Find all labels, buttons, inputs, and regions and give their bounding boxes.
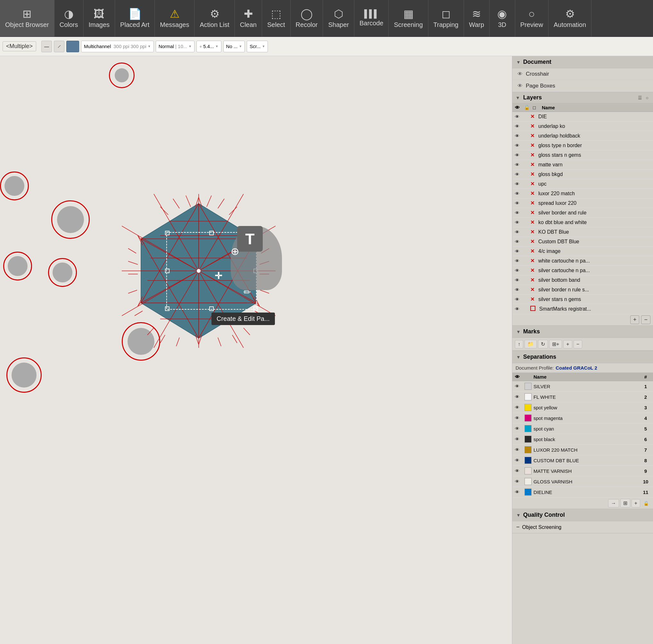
layer-row[interactable]: 👁✕white cartouche n pa... bbox=[512, 256, 653, 266]
layer-row[interactable]: 👁✕Custom DBT Blue bbox=[512, 237, 653, 246]
sep-add-btn[interactable]: + bbox=[631, 499, 640, 507]
toolbar-colors[interactable]: ◑ Colors bbox=[54, 0, 83, 37]
sep-row[interactable]: 👁spot black6 bbox=[512, 434, 653, 445]
stroke-straight-btn[interactable]: — bbox=[41, 41, 52, 52]
eye-icon-layer: 👁 bbox=[515, 162, 519, 167]
layer-row[interactable]: 👁✕silver cartouche n pa... bbox=[512, 266, 653, 276]
sep-color-swatch bbox=[525, 414, 532, 422]
layer-row[interactable]: 👁✕gloss type n border bbox=[512, 141, 653, 150]
qc-object-screening-row[interactable]: − Object Screening bbox=[512, 521, 653, 533]
channel-select[interactable]: Multichannel 300 ppi 300 ppi ▼ bbox=[81, 41, 154, 52]
toolbar-warp[interactable]: ≋ Warp bbox=[464, 0, 490, 37]
layer-row[interactable]: 👁✕luxor 220 match bbox=[512, 189, 653, 198]
eye-icon-layer: 👁 bbox=[515, 182, 519, 187]
layer-row[interactable]: 👁✕gloss bkgd bbox=[512, 170, 653, 179]
toolbar-select[interactable]: ⬚ Select bbox=[262, 0, 291, 37]
sep-row[interactable]: 👁MATTE VARNISH9 bbox=[512, 466, 653, 476]
toolbar-screening[interactable]: ▦ Screening bbox=[389, 0, 428, 37]
stroke-width-btn[interactable] bbox=[66, 41, 79, 52]
canvas-circle-inner-2 bbox=[4, 176, 24, 196]
layers-collapse-arrow[interactable]: ▼ bbox=[515, 95, 520, 100]
toolbar-barcode[interactable]: ▌▌▌ Barcode bbox=[354, 0, 389, 37]
toolbar-messages[interactable]: ⚠ Messages bbox=[155, 0, 194, 37]
toolbar: ⊞ Object Browser ◑ Colors 🖼 Images 📄 Pla… bbox=[0, 0, 653, 37]
stroke-diagonal-btn[interactable]: ⟋ bbox=[54, 41, 65, 52]
toolbar-recolor[interactable]: ◯ Recolor bbox=[291, 0, 323, 37]
toolbar-object-browser[interactable]: ⊞ Object Browser bbox=[0, 0, 54, 37]
svg-line-55 bbox=[176, 337, 179, 346]
layer-row[interactable]: 👁✕underlap holdback bbox=[512, 131, 653, 141]
layer-type-icon: ✕ bbox=[530, 123, 534, 129]
marks-header[interactable]: ▼ Marks bbox=[512, 326, 653, 338]
eye-icon-sep: 👁 bbox=[515, 436, 523, 442]
right-panel: ▼ Document 👁 Crosshair 👁 Page Boxes ▼ La… bbox=[512, 56, 653, 644]
sep-arrow-btn[interactable]: → bbox=[608, 499, 619, 507]
layer-row[interactable]: 👁✕4/c image bbox=[512, 246, 653, 256]
layer-row[interactable]: 👁✕DIE bbox=[512, 112, 653, 121]
layers-menu-btn[interactable]: ☰ bbox=[637, 95, 644, 101]
sep-row[interactable]: 👁DIELINE11 bbox=[512, 487, 653, 498]
marks-refresh-btn[interactable]: ↻ bbox=[538, 340, 548, 349]
marks-folder-btn[interactable]: 📁 bbox=[525, 340, 537, 349]
toolbar-automation[interactable]: ⚙ Automation bbox=[549, 0, 591, 37]
quality-control-header[interactable]: ▼ Quality Control bbox=[512, 509, 653, 521]
layer-row[interactable]: 👁✕underlap ko bbox=[512, 121, 653, 131]
sep-lock-bottom-icon[interactable]: 🔒 bbox=[642, 501, 650, 506]
sep-name-label: SILVER bbox=[533, 384, 639, 389]
sep-row[interactable]: 👁spot magenta4 bbox=[512, 413, 653, 424]
sep-row[interactable]: 👁FL WHITE2 bbox=[512, 392, 653, 402]
marks-up-btn[interactable]: ↑ bbox=[515, 340, 523, 349]
toolbar-placed-art[interactable]: 📄 Placed Art bbox=[115, 0, 155, 37]
document-title: Document bbox=[523, 59, 551, 65]
layer-row[interactable]: 👁✕upc bbox=[512, 179, 653, 189]
add-layer-btn[interactable]: + bbox=[630, 315, 639, 324]
layer-row[interactable]: 👁SmartMarks registrat... bbox=[512, 304, 653, 314]
eye-icon-layer: 👁 bbox=[515, 278, 519, 283]
separations-header[interactable]: ▼ Separations bbox=[512, 351, 653, 363]
layer-row[interactable]: 👁✕gloss stars n gems bbox=[512, 150, 653, 160]
marks-grid-add-btn[interactable]: ⊞+ bbox=[549, 340, 562, 349]
toolbar-shaper[interactable]: ⬡ Shaper bbox=[323, 0, 354, 37]
layers-col-header: 👁 🔒 □ Name bbox=[512, 103, 653, 112]
toolbar-clean[interactable]: ✚ Clean bbox=[235, 0, 262, 37]
layer-row[interactable]: 👁✕spread luxor 220 bbox=[512, 198, 653, 208]
sep-row[interactable]: 👁spot cyan5 bbox=[512, 424, 653, 434]
toolbar-images[interactable]: 🖼 Images bbox=[83, 0, 115, 37]
layers-circle-btn[interactable]: ○ bbox=[645, 95, 650, 101]
sep-row[interactable]: 👁spot yellow3 bbox=[512, 402, 653, 413]
layer-type-icon: ✕ bbox=[530, 210, 534, 216]
marks-add-btn[interactable]: + bbox=[563, 340, 572, 349]
canvas-area[interactable]: ✛ T ⊕ ✏ Create & Edit Pa... bbox=[0, 56, 512, 644]
marks-remove-btn[interactable]: − bbox=[574, 340, 582, 349]
size-select[interactable]: + 5.4... ▼ bbox=[196, 41, 221, 52]
blend-select[interactable]: Normal | 10... ▼ bbox=[156, 41, 195, 52]
toolbar-3d[interactable]: ◉ 3D bbox=[490, 0, 515, 37]
remove-layer-btn[interactable]: − bbox=[641, 315, 650, 324]
layer-row[interactable]: 👁✕matte varn bbox=[512, 160, 653, 170]
scr-option-select[interactable]: Scr... ▼ bbox=[247, 41, 268, 52]
toolbar-trapping[interactable]: ◻ Trapping bbox=[428, 0, 464, 37]
sep-name-label: spot black bbox=[533, 436, 639, 442]
no-option-select[interactable]: No ... ▼ bbox=[223, 41, 245, 52]
layer-row[interactable]: 👁✕silver bottom band bbox=[512, 276, 653, 285]
layer-row[interactable]: 👁✕silver border and rule bbox=[512, 208, 653, 218]
document-collapse-arrow: ▼ bbox=[516, 59, 521, 65]
document-header[interactable]: ▼ Document bbox=[512, 56, 653, 68]
sep-grid-btn[interactable]: ⊞ bbox=[620, 499, 630, 507]
toolbar-action-list[interactable]: ⚙ Action List bbox=[194, 0, 235, 37]
sep-row[interactable]: 👁CUSTOM DBT BLUE8 bbox=[512, 455, 653, 466]
layers-list: 👁✕DIE👁✕underlap ko👁✕underlap holdback👁✕g… bbox=[512, 112, 653, 314]
doc-crosshair-item[interactable]: 👁 Crosshair bbox=[512, 68, 653, 80]
layer-row[interactable]: 👁✕silver stars n gems bbox=[512, 294, 653, 304]
toolbar-preview[interactable]: ○ Preview bbox=[515, 0, 549, 37]
layer-row[interactable]: 👁✕silver border n rule s... bbox=[512, 285, 653, 294]
sep-row[interactable]: 👁SILVER1 bbox=[512, 381, 653, 392]
layer-row[interactable]: 👁✕ko dbt blue and white bbox=[512, 218, 653, 227]
sep-row[interactable]: 👁LUXOR 220 MATCH7 bbox=[512, 445, 653, 455]
layer-row[interactable]: 👁✕KO DBT Blue bbox=[512, 227, 653, 237]
doc-pageboxes-item[interactable]: 👁 Page Boxes bbox=[512, 80, 653, 92]
warp-icon: ≋ bbox=[472, 8, 481, 19]
sep-color-swatch bbox=[525, 383, 532, 390]
sep-row[interactable]: 👁GLOSS VARNISH10 bbox=[512, 476, 653, 487]
svg-line-34 bbox=[207, 195, 212, 207]
